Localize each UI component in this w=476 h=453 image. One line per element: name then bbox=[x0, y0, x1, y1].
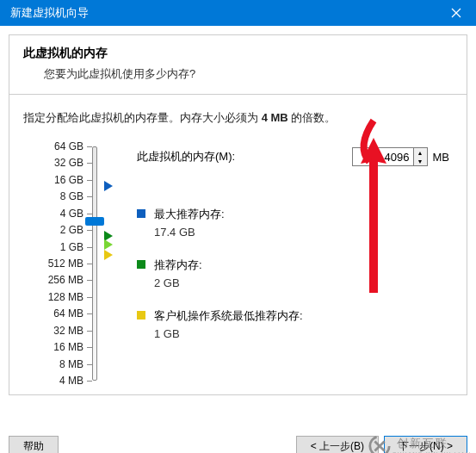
memory-stepper: ▲ ▼ MB bbox=[352, 147, 450, 166]
rec-max: 最大推荐内存: 17.4 GB bbox=[137, 207, 453, 239]
scale-label: 32 MB bbox=[53, 325, 83, 337]
memory-slider-thumb[interactable] bbox=[85, 217, 104, 226]
wizard-window: 新建虚拟机向导 此虚拟机的内存 您要为此虚拟机使用多少内存? 指定分配给此虚拟机… bbox=[0, 0, 476, 453]
close-icon bbox=[451, 8, 461, 18]
max-memory-marker-icon bbox=[104, 181, 113, 191]
scale-label: 8 MB bbox=[59, 358, 83, 370]
scale-label: 32 GB bbox=[54, 157, 83, 169]
scale-label: 64 MB bbox=[53, 307, 83, 320]
scale-label: 2 GB bbox=[60, 224, 83, 236]
scale-label: 256 MB bbox=[48, 274, 83, 286]
titlebar: 新建虚拟机向导 bbox=[0, 0, 476, 26]
watermark-logo-icon bbox=[368, 434, 392, 453]
page-title: 此虚拟机的内存 bbox=[23, 46, 453, 61]
scale-label: 128 MB bbox=[48, 291, 83, 303]
page-subtitle: 您要为此虚拟机使用多少内存? bbox=[23, 66, 453, 82]
memory-spinner: ▲ ▼ bbox=[414, 147, 428, 166]
scale-label: 16 MB bbox=[53, 341, 83, 353]
memory-input-row: 此虚拟机的内存(M): ▲ ▼ MB bbox=[137, 146, 453, 167]
rec-default: 推荐内存: 2 GB bbox=[137, 258, 453, 289]
scale-label: 64 GB bbox=[54, 140, 83, 152]
memory-slider-track[interactable] bbox=[92, 146, 97, 381]
scale-label: 16 GB bbox=[54, 174, 83, 186]
window-title: 新建虚拟机向导 bbox=[10, 5, 89, 21]
default-memory-marker-icon bbox=[104, 239, 113, 250]
instruction-text: 指定分配给此虚拟机的内存量。内存大小必须为 4 MB 的倍数。 bbox=[23, 110, 453, 126]
square-blue-icon bbox=[137, 209, 145, 218]
scale-label: 4 MB bbox=[59, 375, 83, 387]
content-area: 此虚拟机的内存 您要为此虚拟机使用多少内存? 指定分配给此虚拟机的内存量。内存大… bbox=[0, 34, 476, 453]
memory-input-label: 此虚拟机的内存(M): bbox=[137, 149, 235, 164]
square-green-icon bbox=[137, 260, 145, 269]
scale-label: 4 GB bbox=[60, 208, 83, 220]
rec-min: 客户机操作系统最低推荐内存: 1 GB bbox=[137, 308, 453, 340]
square-yellow-icon bbox=[137, 311, 145, 320]
wizard-body: 指定分配给此虚拟机的内存量。内存大小必须为 4 MB 的倍数。 64 GB32 … bbox=[9, 94, 467, 395]
help-button[interactable]: 帮助 bbox=[9, 436, 59, 453]
wizard-header: 此虚拟机的内存 您要为此虚拟机使用多少内存? bbox=[9, 34, 467, 94]
back-button[interactable]: < 上一步(B) bbox=[296, 436, 379, 453]
scale-label: 8 GB bbox=[60, 190, 83, 202]
scale-label: 512 MB bbox=[48, 258, 83, 270]
watermark: 创新互联 CHUANG XIN HU LIAN bbox=[368, 434, 471, 453]
memory-input[interactable] bbox=[352, 147, 414, 166]
memory-spinner-up[interactable]: ▲ bbox=[414, 148, 427, 157]
memory-scale: 64 GB32 GB16 GB8 GB4 GB2 GB1 GB512 MB256… bbox=[23, 146, 102, 388]
close-button[interactable] bbox=[436, 0, 476, 26]
recommendations: 最大推荐内存: 17.4 GB 推荐内存: 2 GB bbox=[137, 207, 453, 340]
memory-spinner-down[interactable]: ▼ bbox=[414, 157, 427, 165]
memory-row: 64 GB32 GB16 GB8 GB4 GB2 GB1 GB512 MB256… bbox=[23, 146, 453, 388]
memory-unit: MB bbox=[433, 151, 450, 164]
scale-label: 1 GB bbox=[60, 241, 83, 253]
memory-info: 此虚拟机的内存(M): ▲ ▼ MB bbox=[102, 146, 453, 359]
min-memory-marker-icon bbox=[104, 250, 113, 260]
